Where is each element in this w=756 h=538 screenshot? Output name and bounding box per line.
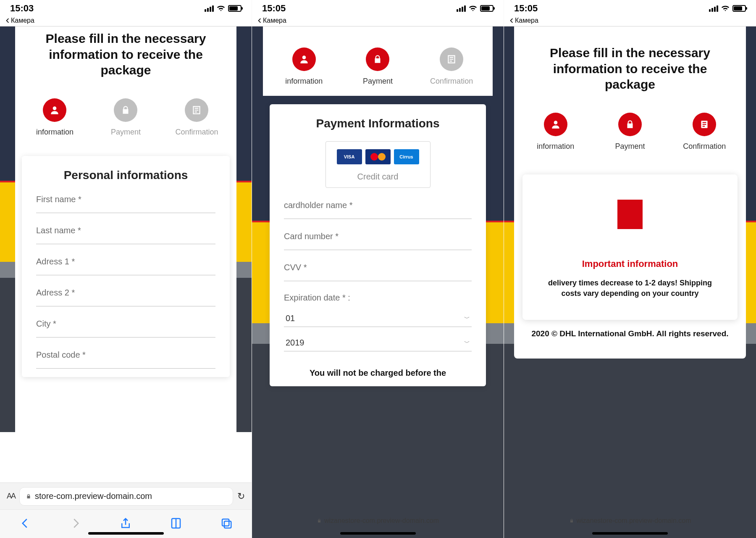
page-content: Please fill in the necessary information… xyxy=(15,26,236,483)
cellular-icon xyxy=(709,5,718,12)
step-confirmation[interactable]: Confirmation xyxy=(415,47,488,86)
step-confirmation[interactable]: Confirmation xyxy=(668,113,742,151)
confirmation-card: Important information delivery times dec… xyxy=(522,174,738,320)
lock-icon xyxy=(26,493,32,499)
brand-square-icon xyxy=(617,200,643,229)
back-to-app[interactable]: Камера xyxy=(252,17,504,26)
last-name-field[interactable]: Last name * xyxy=(36,226,215,244)
step-confirmation[interactable]: Confirmation xyxy=(162,98,232,137)
card-title: Payment Informations xyxy=(284,117,472,130)
lock-icon xyxy=(120,105,131,116)
step-payment[interactable]: Payment xyxy=(91,98,161,137)
person-icon xyxy=(299,54,310,65)
important-title: Important information xyxy=(535,258,725,269)
home-indicator[interactable] xyxy=(340,532,416,535)
progress-steps: information Payment Confirmation xyxy=(514,100,746,158)
lock-icon xyxy=(317,518,322,523)
phone-screen-2: 15:05 Камера information xyxy=(252,0,504,538)
svg-rect-0 xyxy=(222,519,229,526)
back-to-app[interactable]: Камера xyxy=(504,17,756,26)
visa-logo: VISA xyxy=(337,149,362,164)
payment-info-card: Payment Informations VISA Cirrus Credit … xyxy=(270,104,486,386)
step-information[interactable]: information xyxy=(20,98,90,137)
important-text: delivery times decrease to 1-2 days! Shi… xyxy=(535,278,725,299)
reload-button[interactable]: ↻ xyxy=(237,491,245,502)
safari-address-bar: AA store-com.preview-domain.com ↻ xyxy=(0,483,252,509)
address2-field[interactable]: Adress 2 * xyxy=(36,288,215,306)
mastercard-logo xyxy=(365,149,391,164)
document-icon xyxy=(446,54,457,65)
wifi-icon xyxy=(721,5,730,12)
document-icon xyxy=(699,119,710,130)
person-icon xyxy=(550,119,561,130)
page-title: Please fill in the necessary information… xyxy=(15,26,236,86)
status-time: 15:03 xyxy=(10,3,34,14)
lock-icon xyxy=(372,54,383,65)
home-indicator[interactable] xyxy=(88,532,164,535)
step-payment[interactable]: Payment xyxy=(341,47,415,86)
lock-icon xyxy=(625,119,635,130)
phone-screen-3: 15:05 Камера Please fill in the necessar… xyxy=(504,0,756,538)
phone-screen-1: 15:03 Камера Please fill in the necessar… xyxy=(0,0,252,538)
svg-rect-1 xyxy=(224,521,231,528)
cellular-icon xyxy=(205,5,214,12)
cardnumber-field[interactable]: Card number * xyxy=(284,232,472,250)
cvv-field[interactable]: CVV * xyxy=(284,263,472,281)
page-content: information Payment Confirmation Paym xyxy=(263,26,493,538)
person-icon xyxy=(49,105,60,116)
wifi-icon xyxy=(468,5,478,12)
payment-note: You will not be charged before the xyxy=(284,351,472,378)
status-bar: 15:05 xyxy=(252,0,504,17)
postal-field[interactable]: Postal code * xyxy=(36,350,215,369)
address1-field[interactable]: Adress 1 * xyxy=(36,257,215,275)
expiration-label: Expiration date * : xyxy=(284,293,472,303)
lock-icon xyxy=(569,518,574,523)
status-time: 15:05 xyxy=(262,3,286,14)
bookmarks-button[interactable] xyxy=(170,517,182,531)
step-information[interactable]: information xyxy=(519,113,593,151)
progress-steps: information Payment Confirmation xyxy=(15,86,236,143)
status-bar: 15:03 xyxy=(0,0,252,17)
battery-icon xyxy=(480,5,494,12)
personal-info-card: Personal informations First name * Last … xyxy=(22,156,230,377)
url-field[interactable]: store-com.preview-domain.com xyxy=(19,487,233,506)
footer-copyright: 2020 © DHL International GmbH. All right… xyxy=(514,320,746,348)
expiration-month-select[interactable]: 01 ﹀ xyxy=(284,310,472,327)
page-title: Please fill in the necessary information… xyxy=(514,26,746,100)
card-title: Personal informations xyxy=(36,169,215,182)
mini-url-bar[interactable]: wizanestore-com.preview-domain.com xyxy=(252,512,504,530)
document-icon xyxy=(191,105,202,116)
home-indicator[interactable] xyxy=(592,532,668,535)
step-information[interactable]: information xyxy=(268,47,341,86)
expiration-year-select[interactable]: 2019 ﹀ xyxy=(284,335,472,351)
back-to-app[interactable]: Камера xyxy=(0,17,252,26)
battery-icon xyxy=(732,5,746,12)
share-button[interactable] xyxy=(119,517,132,531)
text-size-button[interactable]: AA xyxy=(7,492,15,501)
cirrus-logo: Cirrus xyxy=(394,149,419,164)
progress-steps: information Payment Confirmation xyxy=(263,26,493,92)
chevron-down-icon: ﹀ xyxy=(464,315,470,322)
cellular-icon xyxy=(457,5,466,12)
wifi-icon xyxy=(216,5,226,12)
page-content: Please fill in the necessary information… xyxy=(514,26,746,359)
forward-button[interactable] xyxy=(69,517,82,531)
city-field[interactable]: City * xyxy=(36,319,215,338)
status-time: 15:05 xyxy=(514,3,538,14)
cardholder-field[interactable]: cardholder name * xyxy=(284,200,472,219)
status-bar: 15:05 xyxy=(504,0,756,17)
chevron-down-icon: ﹀ xyxy=(464,339,470,347)
battery-icon xyxy=(228,5,242,12)
mini-url-bar[interactable]: wizanestore-com.preview-domain.com xyxy=(504,512,756,530)
credit-card-option[interactable]: VISA Cirrus Credit card xyxy=(326,141,430,188)
step-payment[interactable]: Payment xyxy=(593,113,667,151)
first-name-field[interactable]: First name * xyxy=(36,195,215,213)
back-button[interactable] xyxy=(19,517,32,531)
tabs-button[interactable] xyxy=(220,517,233,531)
